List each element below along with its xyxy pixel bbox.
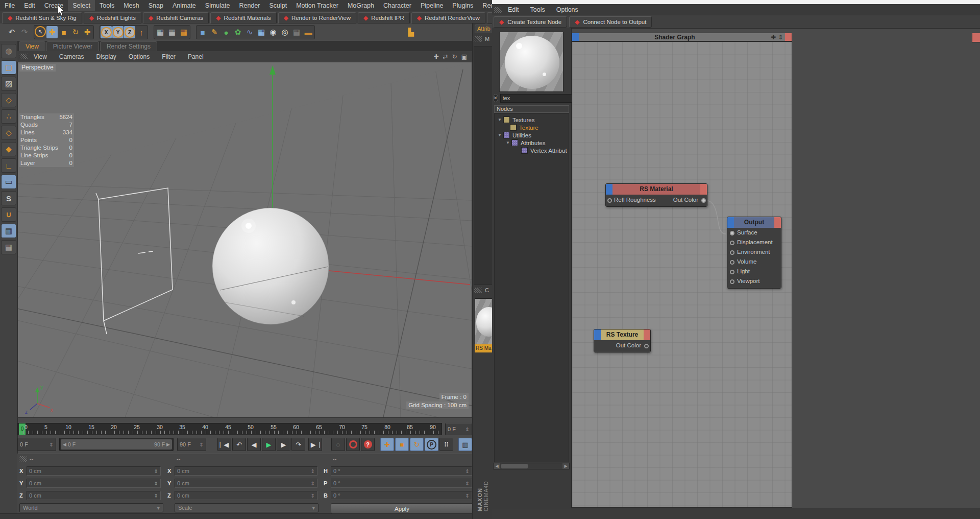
menu-mograph[interactable]: MoGraph <box>343 0 379 11</box>
tab-render-settings[interactable]: Render Settings <box>100 41 157 51</box>
shader-menu-tools[interactable]: Tools <box>525 6 551 13</box>
menu-plugins[interactable]: Plugins <box>448 0 478 11</box>
pos-x-field[interactable]: 0 cm⇕ <box>27 466 161 476</box>
scroll-left-icon[interactable]: ◀ <box>494 463 500 469</box>
keyframe-selection-button[interactable]: ▥ <box>458 438 472 451</box>
node-red-corner[interactable] <box>774 217 781 228</box>
vp-menu-options[interactable]: Options <box>122 53 156 60</box>
node-red-corner[interactable] <box>644 329 650 340</box>
range-end-spinner[interactable]: 90 F⇕ <box>177 438 206 451</box>
tree-item-texture[interactable]: Texture <box>510 124 538 131</box>
tab-picture-viewer[interactable]: Picture Viewer <box>46 41 99 51</box>
scale-tool-icon[interactable]: ■ <box>58 26 69 38</box>
menu-pipeline[interactable]: Pipeline <box>416 0 448 11</box>
viewport-solo-icon[interactable]: ▭ <box>1 175 16 189</box>
floor-icon[interactable]: ▦ <box>256 26 267 38</box>
menu-tools[interactable]: Tools <box>95 0 119 11</box>
vp-menu-cameras[interactable]: Cameras <box>53 53 90 60</box>
panel-grip[interactable] <box>474 288 482 293</box>
panel-grip[interactable] <box>19 456 27 462</box>
expander-icon[interactable]: ▼ <box>498 133 502 137</box>
output-port-out-color[interactable] <box>644 344 649 348</box>
viewport-orbit-icon[interactable]: ↻ <box>452 53 457 60</box>
node-title[interactable]: Output <box>734 217 774 228</box>
polygons-mode-icon[interactable]: ◆ <box>1 142 16 156</box>
shelf-ipr[interactable]: ◆Redshift IPR <box>358 12 410 23</box>
render-view-icon[interactable]: ▦ <box>155 26 166 38</box>
goto-start-button[interactable]: ▏◀ <box>217 438 231 451</box>
tab-attributes[interactable]: Attrib <box>475 25 493 33</box>
expander-icon[interactable]: ▼ <box>498 117 502 122</box>
create-texture-node-button[interactable]: ◆Create Texture Node <box>494 16 567 28</box>
last-tool-icon[interactable]: ✚ <box>82 26 93 38</box>
node-search-input[interactable] <box>500 94 578 103</box>
node-blue-corner[interactable] <box>727 217 734 228</box>
scroll-handle[interactable] <box>501 464 528 468</box>
scroll-right-icon[interactable]: ▶ <box>562 463 569 469</box>
tab-view[interactable]: View <box>19 41 45 51</box>
menu-animate[interactable]: Animate <box>168 0 201 11</box>
size-x-field[interactable]: 0 cm⇕ <box>175 466 317 476</box>
redo-icon[interactable]: ↷ <box>19 26 30 38</box>
light-icon[interactable]: ◎ <box>279 26 290 38</box>
menu-redshift[interactable]: Redshift <box>478 0 492 11</box>
texture-mode-icon[interactable]: ▨ <box>1 77 16 91</box>
key-rotation-toggle[interactable]: ↻ <box>410 438 424 451</box>
viewport-maximize-icon[interactable]: ▣ <box>461 53 467 60</box>
size-z-field[interactable]: 0 cm⇕ <box>175 491 317 500</box>
pos-z-field[interactable]: 0 cm⇕ <box>27 491 161 500</box>
menu-simulate[interactable]: Simulate <box>201 0 235 11</box>
node-rs-material[interactable]: RS Material Refl Roughness Out Color <box>605 183 707 207</box>
autokey-button[interactable]: ? <box>361 438 375 451</box>
prev-frame-button[interactable]: ◀ <box>247 438 261 451</box>
convert-icon[interactable]: ◍ <box>1 44 16 58</box>
live-selection-icon[interactable]: ↖ <box>35 26 46 37</box>
axis-z-lock-icon[interactable]: Z <box>124 26 135 38</box>
range-left-arrow-icon[interactable]: ◀ <box>63 442 66 447</box>
vp-menu-display[interactable]: Display <box>90 53 122 60</box>
spline-icon[interactable]: ∿ <box>244 26 255 38</box>
menu-select[interactable]: Select <box>68 0 95 11</box>
node-title[interactable]: RS Texture <box>601 329 644 340</box>
record-keyframe-button[interactable] <box>346 438 360 451</box>
next-frame-button[interactable]: ▶ <box>277 438 290 451</box>
shelf-materials[interactable]: ◆Redshift Materials <box>210 12 276 23</box>
menu-character[interactable]: Character <box>379 0 416 11</box>
shelf-cameras[interactable]: ◆Redshift Cameras <box>143 12 209 23</box>
size-y-field[interactable]: 0 cm⇕ <box>175 479 317 488</box>
preview-range-track[interactable]: ◀ 0 F 90 F ▶ <box>59 438 174 451</box>
snap-icon[interactable]: S <box>1 191 16 205</box>
graph-blue-handle[interactable] <box>572 33 579 41</box>
input-port-surface[interactable] <box>730 231 734 235</box>
shelf-sun-sky[interactable]: ◆Redshift Sun & Sky Rig <box>2 12 82 23</box>
menu-render[interactable]: Render <box>234 0 264 11</box>
input-port-environment[interactable] <box>730 250 734 255</box>
tree-item-vertex-attribute[interactable]: Vertex Attribut <box>521 147 567 154</box>
rotate-tool-icon[interactable]: ↻ <box>70 26 81 38</box>
goto-end-button[interactable]: ▶▕ <box>308 438 322 451</box>
timeline-ruler[interactable]: 0 0 5 10 15 20 25 30 35 40 45 50 55 60 6… <box>17 423 442 435</box>
rot-b-field[interactable]: 0 °⇕ <box>331 491 472 500</box>
planar-workplane-icon[interactable]: ▦ <box>1 240 16 254</box>
magnet-snap-icon[interactable]: ∪ <box>1 207 16 222</box>
key-pla-toggle[interactable]: ⠿ <box>439 438 453 451</box>
undo-icon[interactable]: ↶ <box>6 26 17 38</box>
graph-scale-icon[interactable]: ⇕ <box>778 34 783 41</box>
menu-motion-tracker[interactable]: Motion Tracker <box>291 0 343 11</box>
key-position-toggle[interactable]: ✚ <box>380 438 394 451</box>
nodes-horizontal-scrollbar[interactable]: ◀ ▶ <box>493 463 570 469</box>
node-blue-corner[interactable] <box>606 184 612 195</box>
shader-graph-canvas[interactable]: RS Material Refl Roughness Out Color Out… <box>572 41 792 508</box>
material-name-label[interactable]: RS Ma <box>475 344 493 352</box>
scrollbar-red-handle[interactable] <box>972 33 980 42</box>
node-red-corner[interactable] <box>700 184 707 195</box>
render-settings-icon[interactable]: ▦ <box>178 26 189 38</box>
menu-file[interactable]: File <box>0 0 19 11</box>
vp-menu-view[interactable]: View <box>28 53 53 60</box>
axis-x-lock-icon[interactable]: X <box>101 26 112 38</box>
connect-node-to-output-button[interactable]: ◆Connect Node to Output <box>569 16 652 28</box>
range-start-spinner[interactable]: 0 F⇕ <box>17 438 56 451</box>
graph-move-icon[interactable]: ✚ <box>771 34 776 41</box>
sky-icon[interactable]: ▦ <box>291 26 302 38</box>
move-tool-icon[interactable]: ✚ <box>46 26 58 38</box>
